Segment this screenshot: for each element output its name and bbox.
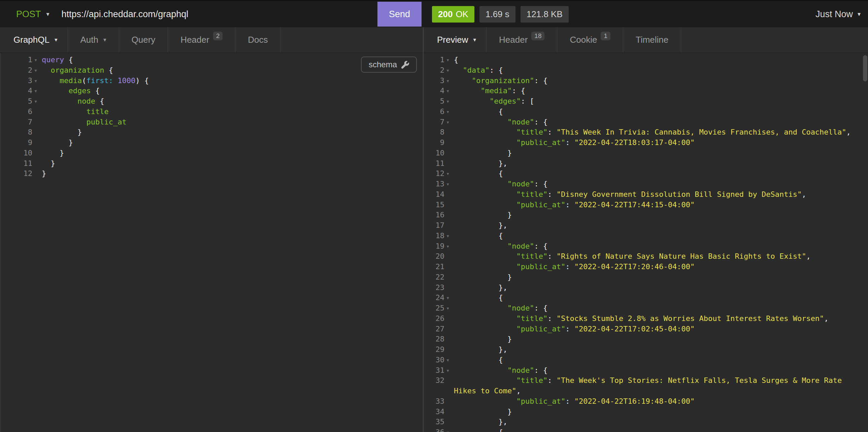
gutter: 4▾ <box>0 86 42 96</box>
send-button[interactable]: Send <box>377 2 422 27</box>
response-header-count-badge: 18 <box>531 32 545 40</box>
line-number: 11 <box>0 159 32 169</box>
graphql-query-editor[interactable]: schema 1▾query {2▾ organization {3▾ medi… <box>0 53 423 432</box>
code-line: 14 "title": "Disney Government Dissoluti… <box>424 190 868 200</box>
line-number: 23 <box>424 283 444 293</box>
gutter: 30▾ <box>424 355 454 365</box>
code-line: 33 "public_at": "2022-04-22T16:19:48-04:… <box>424 396 868 407</box>
code-line: 12▾ { <box>424 169 868 179</box>
app-window: POST ▾ https://api.cheddar.com/graphql S… <box>0 0 868 432</box>
code-line: 6 title <box>0 107 423 117</box>
fold-arrow-icon[interactable]: ▾ <box>444 293 454 303</box>
code-text: "public_at": "2022-04-22T17:44:15-04:00" <box>454 200 868 210</box>
tab-response-header[interactable]: Header 18 <box>487 27 557 53</box>
line-number: 4 <box>424 86 444 96</box>
line-number: 24 <box>424 293 444 303</box>
code-text: "media": { <box>454 86 868 96</box>
code-line: 26 "title": "Stocks Stumble 2.8% as Worr… <box>424 313 868 324</box>
code-text: }, <box>454 417 868 427</box>
line-number: 22 <box>424 272 444 283</box>
code-text: media(first: 1000) { <box>42 76 423 86</box>
line-number: 17 <box>424 220 444 231</box>
tab-label: Auth <box>81 35 99 45</box>
code-text: } <box>454 210 868 220</box>
fold-arrow-icon[interactable]: ▾ <box>444 86 454 96</box>
tab-timeline[interactable]: Timeline <box>623 27 681 53</box>
chevron-down-icon: ▾ <box>103 36 106 43</box>
code-line: 6▾ { <box>424 107 868 117</box>
line-number: 7 <box>0 117 32 128</box>
line-number: 4 <box>0 86 32 96</box>
tab-cookie[interactable]: Cookie 1 <box>557 27 623 53</box>
fold-arrow-icon[interactable]: ▾ <box>444 76 454 86</box>
code-line: 4▾ edges { <box>0 86 423 96</box>
fold-arrow-icon[interactable]: ▾ <box>444 365 454 376</box>
schema-button-label: schema <box>369 60 397 69</box>
line-number: 18 <box>424 231 444 241</box>
code-line: 20 "title": "Rights of Nature Says Natur… <box>424 251 868 262</box>
method-dropdown[interactable]: POST ▾ <box>0 9 50 20</box>
line-number: 1 <box>0 55 32 65</box>
status-badge: 200OK <box>432 6 474 23</box>
fold-arrow-icon[interactable]: ▾ <box>32 96 42 107</box>
code-text: { <box>454 169 868 179</box>
tab-auth[interactable]: Auth ▾ <box>68 27 119 53</box>
fold-arrow-icon[interactable]: ▾ <box>444 303 454 313</box>
tab-query[interactable]: Query <box>119 27 168 53</box>
fold-arrow-icon[interactable]: ▾ <box>32 76 42 86</box>
code-text: "data": { <box>454 65 868 76</box>
preview-mode-dropdown[interactable]: Preview ▾ <box>424 27 487 53</box>
gutter: 24▾ <box>424 293 454 303</box>
body-type-dropdown[interactable]: GraphQL ▾ <box>0 27 68 53</box>
gutter: 21 <box>424 262 454 272</box>
code-text: { <box>454 355 868 365</box>
fold-arrow-icon[interactable]: ▾ <box>444 55 454 65</box>
code-text: }, <box>454 344 868 355</box>
code-text: "title": "The Week's Top Stories: Netfli… <box>454 375 868 396</box>
code-text: { <box>454 293 868 303</box>
header-count-badge: 2 <box>213 32 223 40</box>
gutter: 1▾ <box>0 55 42 65</box>
fold-arrow-icon[interactable]: ▾ <box>444 107 454 117</box>
url-input[interactable]: https://api.cheddar.com/graphql <box>62 9 377 20</box>
line-number: 6 <box>0 107 32 117</box>
gutter: 5▾ <box>0 96 42 107</box>
code-text: { <box>454 107 868 117</box>
fold-arrow-icon[interactable]: ▾ <box>444 117 454 128</box>
fold-arrow-icon[interactable]: ▾ <box>444 65 454 76</box>
line-number: 3 <box>424 76 444 86</box>
gutter: 19▾ <box>424 241 454 252</box>
code-text: "public_at": "2022-04-22T17:20:46-04:00" <box>454 262 868 272</box>
code-line: 22 } <box>424 272 868 283</box>
code-text: } <box>454 272 868 283</box>
code-line: 29 }, <box>424 344 868 355</box>
line-number: 7 <box>424 117 444 128</box>
fold-arrow-icon[interactable]: ▾ <box>444 231 454 241</box>
gutter: 5▾ <box>424 96 454 107</box>
fold-arrow-icon[interactable]: ▾ <box>444 96 454 107</box>
tab-header[interactable]: Header 2 <box>168 27 235 53</box>
code-text: }, <box>454 283 868 293</box>
gutter: 15 <box>424 200 454 210</box>
fold-arrow-icon[interactable]: ▾ <box>444 169 454 179</box>
gutter: 12▾ <box>424 169 454 179</box>
line-number: 26 <box>424 313 444 324</box>
fold-arrow-icon[interactable]: ▾ <box>32 65 42 76</box>
fold-arrow-icon[interactable]: ▾ <box>444 179 454 190</box>
code-text: } <box>42 138 423 148</box>
code-text: node { <box>42 96 423 107</box>
wrench-icon <box>401 61 409 69</box>
schema-button[interactable]: schema <box>361 57 417 73</box>
response-json-viewer[interactable]: 1▾{2▾ "data": {3▾ "organization": {4▾ "m… <box>424 53 868 432</box>
tab-docs[interactable]: Docs <box>235 27 280 53</box>
fold-arrow-icon[interactable]: ▾ <box>444 427 454 432</box>
status-reason: OK <box>456 9 468 20</box>
fold-arrow-icon[interactable]: ▾ <box>444 241 454 252</box>
scrollbar-thumb[interactable] <box>863 55 867 81</box>
fold-arrow-icon[interactable]: ▾ <box>32 86 42 96</box>
history-dropdown[interactable]: Just Now ▾ <box>815 9 861 20</box>
code-line: 16 } <box>424 210 868 220</box>
code-text: "node": { <box>454 365 868 376</box>
fold-arrow-icon[interactable]: ▾ <box>32 55 42 65</box>
fold-arrow-icon[interactable]: ▾ <box>444 355 454 365</box>
